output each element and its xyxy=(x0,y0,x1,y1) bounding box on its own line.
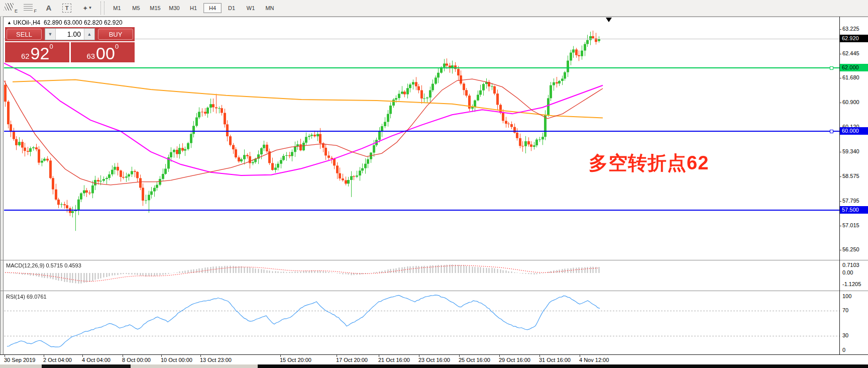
timeframe-button-mn[interactable]: MN xyxy=(261,3,279,13)
bottom-strip-segment xyxy=(131,364,258,368)
axis-tick-mark xyxy=(839,226,841,226)
ohlc-values: 62.890 63.000 62.820 62.920 xyxy=(44,19,123,26)
date-axis-label: 4 Oct 04:00 xyxy=(82,357,111,363)
axis-tick-mark xyxy=(839,250,841,250)
price-badge-60.000: 60.000 xyxy=(840,127,868,135)
macd-axis-label: 0.00 xyxy=(842,269,853,275)
price-axis-label: 57.015 xyxy=(842,222,859,228)
timeframe-button-w1[interactable]: W1 xyxy=(242,3,260,13)
rsi-pane-canvas[interactable] xyxy=(4,292,839,354)
level-line-handle[interactable] xyxy=(830,66,833,70)
sell-price-big: 92 xyxy=(31,46,50,61)
price-axis-label: 62.445 xyxy=(842,50,859,56)
buy-price-big: 00 xyxy=(96,46,115,61)
axis-tick-mark xyxy=(839,103,841,103)
chart-text-annotation: 多空转折点62 xyxy=(589,150,709,176)
text-label-icon[interactable]: A xyxy=(40,2,57,14)
date-axis-label: 10 Oct 00:00 xyxy=(161,357,192,363)
sell-price-small: 62 xyxy=(21,52,30,60)
timeframe-button-m5[interactable]: M5 xyxy=(127,3,145,13)
bottom-strip-segment xyxy=(0,364,42,368)
date-axis-label: 17 Oct 20:00 xyxy=(336,357,368,363)
icon-letter: A xyxy=(46,2,52,14)
equidistant-channel-icon[interactable]: E xyxy=(2,2,19,14)
date-axis-label: 8 Oct 00:00 xyxy=(122,357,151,363)
price-badge-62.000: 62.000 xyxy=(840,64,868,71)
price-axis-label: 63.225 xyxy=(842,26,859,32)
left-splitter[interactable] xyxy=(0,17,4,364)
chevron-down-icon: ▾ xyxy=(89,1,91,14)
hatch-glyph xyxy=(4,3,14,11)
timeframe-button-m15[interactable]: M15 xyxy=(146,3,164,13)
level-line-60[interactable] xyxy=(4,131,839,132)
pane-separator[interactable] xyxy=(0,291,868,291)
timeframe-button-d1[interactable]: D1 xyxy=(223,3,241,13)
price-axis-label: 56.250 xyxy=(842,246,859,252)
volume-decrease-button[interactable]: ▼ xyxy=(45,29,56,40)
date-axis-label: 13 Oct 23:00 xyxy=(200,357,232,363)
date-axis-label: 23 Oct 16:00 xyxy=(418,357,450,363)
rsi-axis-label: 0 xyxy=(842,347,845,353)
rsi-axis-label: 30 xyxy=(842,332,848,338)
axis-tick-mark xyxy=(839,54,841,54)
date-axis-label: 2 Oct 04:00 xyxy=(43,357,72,363)
trade-panel-top-row: SELL ▼ 1.00 ▲ BUY xyxy=(5,27,135,41)
axis-tick-mark xyxy=(839,78,841,78)
buy-button[interactable]: BUY xyxy=(98,29,133,40)
price-badge-62.920: 62.920 xyxy=(840,35,868,42)
timeframe-button-h1[interactable]: H1 xyxy=(184,3,202,13)
macd-axis-label: -1.1205 xyxy=(842,281,861,287)
timeframe-row: M1M5M15M30H1H4D1W1MN xyxy=(107,0,279,16)
volume-increase-button[interactable]: ▲ xyxy=(84,29,94,40)
date-axis-label: 21 Oct 16:00 xyxy=(378,357,410,363)
volume-spinner: ▼ 1.00 ▲ xyxy=(45,28,95,40)
timeframe-button-m1[interactable]: M1 xyxy=(108,3,126,13)
toolbar: E F A T ✦ ▾ M1M5M15M30H1H4D1W1MN xyxy=(0,0,868,17)
date-axis-label: 31 Oct 16:00 xyxy=(539,357,571,363)
pane-separator[interactable] xyxy=(0,260,868,260)
rsi-header: RSI(14) 69.0761 xyxy=(6,294,47,300)
date-axis-label: 29 Oct 16:00 xyxy=(499,357,530,363)
dots-glyph xyxy=(24,4,33,11)
trade-panel-prices: 62 92 0 63 00 0 xyxy=(5,42,135,62)
buy-price-sup: 0 xyxy=(115,43,119,50)
date-axis[interactable]: 30 Sep 20192 Oct 04:004 Oct 04:008 Oct 0… xyxy=(0,355,868,364)
buy-price-display[interactable]: 63 00 0 xyxy=(71,42,135,62)
mt4-terminal: E F A T ✦ ▾ M1M5M15M30H1H4D1W1MN ▲ UKOil… xyxy=(0,0,868,368)
icon-sub-label: E xyxy=(15,9,18,14)
axis-tick-mark xyxy=(839,152,841,152)
sell-price-sup: 0 xyxy=(49,43,53,50)
macd-axis-label: 0.7103 xyxy=(842,262,859,268)
sell-button[interactable]: SELL xyxy=(7,29,42,40)
icon-sub-label: F xyxy=(34,9,37,14)
macd-pane-canvas[interactable] xyxy=(4,261,839,291)
date-axis-label: 25 Oct 16:00 xyxy=(459,357,490,363)
level-line-57.5[interactable] xyxy=(4,210,839,211)
one-click-trading-panel: SELL ▼ 1.00 ▲ BUY 62 92 0 63 00 0 xyxy=(5,27,135,62)
arrows-icon[interactable]: ✦ ▾ xyxy=(78,2,95,14)
level-line-62[interactable] xyxy=(4,67,839,68)
text-box-icon[interactable]: T xyxy=(59,2,76,14)
price-axis-label: 58.575 xyxy=(842,173,859,179)
icon-boxed-letter: T xyxy=(62,4,71,13)
macd-header: MACD(12,26,9) 0.5715 0.4593 xyxy=(6,262,81,268)
date-axis-label: 15 Oct 20:00 xyxy=(280,357,311,363)
price-axis-label: 61.680 xyxy=(842,74,859,80)
price-axis-label: 60.900 xyxy=(842,99,859,105)
timeframe-button-m30[interactable]: M30 xyxy=(165,3,183,13)
sell-price-display[interactable]: 62 92 0 xyxy=(5,42,69,62)
price-axis-label: 57.795 xyxy=(842,198,859,204)
date-axis-label: 30 Sep 2019 xyxy=(4,357,35,363)
axis-tick-mark xyxy=(839,29,841,30)
chart-title: ▲ UKOil-,H4 62.890 63.000 62.820 62.920 xyxy=(7,19,123,26)
volume-input[interactable]: 1.00 xyxy=(56,30,84,38)
timeframe-button-h4[interactable]: H4 xyxy=(203,3,222,13)
symbol-period: UKOil-,H4 xyxy=(13,19,40,26)
bottom-strip-segment xyxy=(42,364,131,368)
axis-tick-mark xyxy=(839,176,841,177)
fibonacci-retracement-icon[interactable]: F xyxy=(21,2,38,14)
axis-tick-mark xyxy=(839,201,841,202)
rsi-axis-label: 100 xyxy=(842,293,851,299)
level-line-handle[interactable] xyxy=(830,130,833,133)
price-badge-57.500: 57.500 xyxy=(840,206,868,214)
